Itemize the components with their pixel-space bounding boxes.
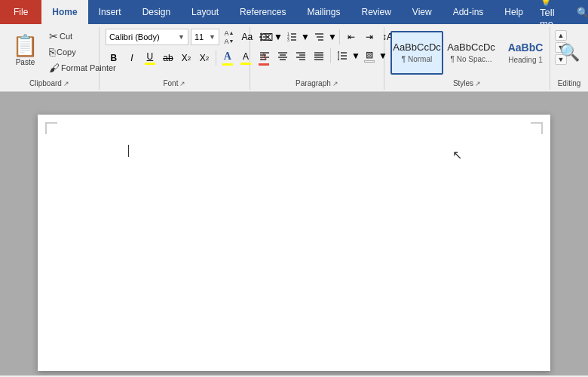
style-heading1[interactable]: AaBbC Heading 1 <box>499 31 552 75</box>
svg-point-3 <box>260 33 262 35</box>
multilevel-icon <box>314 32 324 42</box>
style-nospace-label: ¶ No Spac... <box>451 55 492 63</box>
tab-references[interactable]: References <box>229 0 296 24</box>
clipboard-section: 📋 Paste ✂ Cut ⎘ Copy 🖌 Format Painter <box>0 27 100 90</box>
increase-indent-button[interactable]: ⇥ <box>361 29 378 45</box>
paragraph-content: ▼ 123 ▼ ▼ ⇤ ⇥ ↕A ¶ <box>253 27 381 78</box>
page-corner-tl <box>45 122 57 134</box>
font-name-select[interactable]: Calibri (Body) ▼ <box>106 29 188 45</box>
line-spacing-dropdown[interactable]: ▼ <box>352 48 360 64</box>
tab-mailings[interactable]: Mailings <box>296 0 351 24</box>
style-heading1-label: Heading 1 <box>508 56 543 64</box>
line-spacing-icon <box>337 51 348 61</box>
justify-icon <box>314 51 324 60</box>
subscript-button[interactable]: X2 <box>178 50 194 66</box>
cut-icon: ✂ <box>49 30 58 42</box>
style-normal-preview: AaBbCcDc <box>393 41 441 53</box>
font-expand-icon[interactable]: ↗ <box>179 80 185 87</box>
style-nospace-preview: AaBbCcDc <box>447 41 495 53</box>
align-left-icon <box>259 51 270 60</box>
tab-design[interactable]: Design <box>132 0 181 24</box>
superscript-button[interactable]: X2 <box>196 50 213 66</box>
multilevel-list-button[interactable] <box>311 29 327 45</box>
text-effects-icon: A <box>222 51 233 66</box>
tab-layout[interactable]: Layout <box>181 0 229 24</box>
multilevel-dropdown[interactable]: ▼ <box>329 29 336 45</box>
line-spacing-button[interactable] <box>334 48 351 64</box>
svg-point-4 <box>260 36 262 38</box>
font-row2: B I U ab X2 X2 A <box>106 50 272 66</box>
style-normal-label: ¶ Normal <box>402 55 432 63</box>
font-shrink-button[interactable]: A▼ <box>222 37 237 45</box>
text-effects-button[interactable]: A <box>219 50 236 66</box>
styles-section: AaBbCcDc ¶ Normal AaBbCcDc ¶ No Spac... … <box>384 27 550 90</box>
paste-label: Paste <box>16 58 35 66</box>
bullets-dropdown[interactable]: ▼ <box>274 29 282 45</box>
svg-text:3: 3 <box>287 38 289 42</box>
editing-section: 🔍 Editing <box>550 27 588 90</box>
numbering-dropdown[interactable]: ▼ <box>302 29 309 45</box>
style-heading1-preview: AaBbC <box>508 41 544 54</box>
font-section: Calibri (Body) ▼ 11 ▼ A▲ A▼ Aa <box>100 27 250 90</box>
svg-point-5 <box>260 39 262 41</box>
clipboard-label: Clipboard ↗ <box>3 78 96 90</box>
font-name-dropdown-arrow: ▼ <box>178 33 185 41</box>
search-icon: 🔍 <box>577 7 588 18</box>
align-left-button[interactable] <box>256 48 273 64</box>
search-large-icon[interactable]: 🔍 <box>559 43 580 63</box>
underline-button[interactable]: U <box>142 50 158 66</box>
copy-icon: ⎘ <box>49 46 55 58</box>
tab-view[interactable]: View <box>402 0 443 24</box>
styles-label: Styles ↗ <box>387 78 547 90</box>
lightbulb-icon: 💡 <box>540 0 552 7</box>
justify-button[interactable] <box>311 48 327 64</box>
font-content: Calibri (Body) ▼ 11 ▼ A▲ A▼ Aa <box>103 27 247 78</box>
underline-icon: U <box>145 51 155 65</box>
font-row1: Calibri (Body) ▼ 11 ▼ A▲ A▼ Aa <box>106 29 274 45</box>
tab-home[interactable]: Home <box>41 0 87 24</box>
paragraph-section: ▼ 123 ▼ ▼ ⇤ ⇥ ↕A ¶ <box>250 27 384 90</box>
ribbon-body: 📋 Paste ✂ Cut ⎘ Copy 🖌 Format Painter <box>0 24 588 92</box>
search-btn[interactable]: 🔍 <box>571 4 588 21</box>
align-center-icon <box>277 51 288 60</box>
ribbon-tab-bar: File Home Insert Design Layout Reference… <box>0 0 588 24</box>
styles-gallery: AaBbCcDc ¶ Normal AaBbCcDc ¶ No Spac... … <box>390 29 552 76</box>
paste-icon: 📋 <box>12 35 38 57</box>
font-size-dropdown-arrow: ▼ <box>209 33 216 41</box>
bullets-button[interactable] <box>256 29 273 45</box>
tab-addins[interactable]: Add-ins <box>443 0 495 24</box>
tab-insert[interactable]: Insert <box>88 0 132 24</box>
shading-icon: ▧ <box>364 50 375 63</box>
page-corner-tr <box>531 122 543 134</box>
style-normal[interactable]: AaBbCcDc ¶ Normal <box>390 31 443 75</box>
font-size-grow-shrink: A▲ A▼ <box>222 29 237 45</box>
font-grow-button[interactable]: A▲ <box>222 29 237 37</box>
format-painter-icon: 🖌 <box>49 62 60 74</box>
strikethrough-button[interactable]: ab <box>160 50 176 66</box>
bullets-icon <box>259 32 270 42</box>
style-no-space[interactable]: AaBbCcDc ¶ No Spac... <box>445 31 498 75</box>
document-canvas: | ↖ <box>0 92 588 375</box>
numbering-icon: 123 <box>286 32 297 42</box>
clipboard-content: 📋 Paste ✂ Cut ⎘ Copy 🖌 Format Painter <box>3 27 96 78</box>
styles-content: AaBbCcDc ¶ Normal AaBbCcDc ¶ No Spac... … <box>387 27 547 78</box>
editing-content: 🔍 <box>553 27 586 78</box>
numbering-button[interactable]: 123 <box>283 29 300 45</box>
document-page[interactable]: | ↖ <box>38 115 550 371</box>
decrease-indent-button[interactable]: ⇤ <box>343 29 360 45</box>
tab-help[interactable]: Help <box>494 0 534 24</box>
editing-label: Editing <box>558 78 581 90</box>
italic-button[interactable]: I <box>124 50 140 66</box>
bold-button[interactable]: B <box>106 50 122 66</box>
align-center-button[interactable] <box>274 48 291 64</box>
font-size-select[interactable]: 11 ▼ <box>191 29 219 45</box>
tab-review[interactable]: Review <box>351 0 401 24</box>
paste-button[interactable]: 📋 Paste <box>6 29 44 72</box>
align-right-button[interactable] <box>292 48 309 64</box>
tab-file[interactable]: File <box>0 0 41 24</box>
clipboard-expand-icon[interactable]: ↗ <box>63 80 69 87</box>
paragraph-expand-icon[interactable]: ↗ <box>332 80 338 87</box>
styles-expand-icon[interactable]: ↗ <box>475 80 481 87</box>
font-label: Font ↗ <box>103 78 247 90</box>
shading-button[interactable]: ▧ <box>361 48 378 64</box>
